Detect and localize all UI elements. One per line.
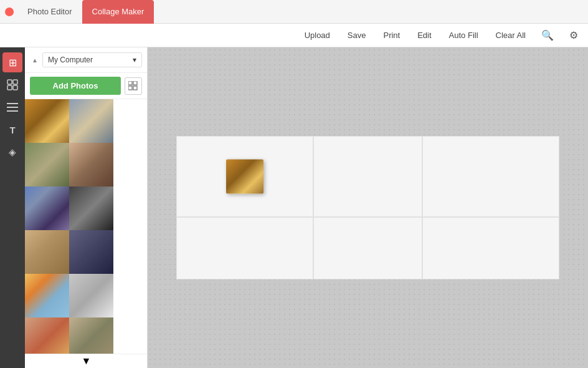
svg-rect-5 bbox=[7, 107, 18, 108]
svg-rect-4 bbox=[7, 103, 18, 104]
settings-icon[interactable]: ⚙ bbox=[567, 29, 581, 42]
scroll-down-indicator[interactable]: ▼ bbox=[25, 354, 148, 368]
photo-thumbnail-7[interactable] bbox=[25, 230, 69, 274]
collage-cell-4[interactable] bbox=[176, 217, 313, 279]
scroll-up-indicator[interactable]: ▲ bbox=[30, 54, 40, 66]
close-button[interactable] bbox=[5, 7, 14, 16]
svg-rect-1 bbox=[13, 80, 17, 84]
svg-rect-6 bbox=[7, 110, 18, 112]
upload-button[interactable]: Upload bbox=[302, 31, 333, 40]
photo-thumbnail-4[interactable] bbox=[69, 143, 113, 186]
left-panel: ▲ My Computer ▾ Add Photos bbox=[25, 47, 148, 368]
photo-row bbox=[25, 230, 147, 274]
print-button[interactable]: Print bbox=[381, 31, 402, 40]
photo-grid bbox=[25, 99, 147, 354]
collage-cell-6[interactable] bbox=[422, 217, 559, 279]
photo-thumbnail-9[interactable] bbox=[25, 274, 69, 317]
clear-all-button[interactable]: Clear All bbox=[493, 31, 528, 40]
tab-photo-editor[interactable]: Photo Editor bbox=[17, 0, 82, 24]
tab-collage-maker[interactable]: Collage Maker bbox=[82, 0, 154, 24]
photo-row bbox=[25, 317, 147, 354]
collage-cell-2[interactable] bbox=[313, 136, 422, 217]
photo-thumbnail-2[interactable] bbox=[69, 99, 113, 143]
photo-thumbnail-5[interactable] bbox=[25, 186, 69, 230]
svg-rect-8 bbox=[133, 81, 137, 85]
svg-rect-0 bbox=[7, 80, 12, 84]
title-bar: Photo Editor Collage Maker bbox=[0, 0, 588, 24]
svg-rect-2 bbox=[7, 85, 12, 90]
photo-thumbnail-11[interactable] bbox=[25, 317, 69, 354]
main-layout: ⊞ T ◈ ▲ My Computer ▾ bbox=[0, 47, 588, 368]
svg-rect-9 bbox=[128, 86, 132, 90]
auto-fill-button[interactable]: Auto Fill bbox=[447, 31, 481, 40]
photo-thumbnail-3[interactable] bbox=[25, 143, 69, 186]
photo-row bbox=[25, 274, 147, 317]
photo-row bbox=[25, 143, 147, 186]
edit-button[interactable]: Edit bbox=[415, 31, 434, 40]
top-nav: Upload Save Print Edit Auto Fill Clear A… bbox=[0, 24, 588, 47]
collage-cell-1[interactable] bbox=[176, 136, 313, 217]
photo-thumbnail-1[interactable] bbox=[25, 99, 69, 143]
collage-cell-3[interactable] bbox=[422, 136, 559, 217]
panel-header: ▲ My Computer ▾ bbox=[25, 47, 147, 73]
photo-thumbnail-10[interactable] bbox=[69, 274, 113, 317]
search-icon[interactable]: 🔍 bbox=[541, 29, 554, 42]
photo-row bbox=[25, 186, 147, 230]
collage-cell-5[interactable] bbox=[313, 217, 422, 279]
effects-toolbar-icon[interactable]: ◈ bbox=[2, 142, 22, 162]
photo-thumbnail-6[interactable] bbox=[69, 186, 113, 230]
text-toolbar-icon[interactable]: T bbox=[2, 120, 22, 140]
svg-rect-7 bbox=[128, 81, 132, 85]
grid-view-button[interactable] bbox=[125, 77, 142, 95]
placed-photo bbox=[226, 160, 263, 194]
grid-toolbar-icon[interactable] bbox=[2, 75, 22, 95]
photo-thumbnail-8[interactable] bbox=[69, 230, 113, 274]
photo-thumbnail-12[interactable] bbox=[69, 317, 113, 354]
layout-toolbar-icon[interactable] bbox=[2, 97, 22, 117]
save-button[interactable]: Save bbox=[345, 31, 369, 40]
photos-toolbar-icon[interactable]: ⊞ bbox=[2, 52, 22, 72]
add-photos-bar: Add Photos bbox=[25, 73, 147, 99]
add-photos-button[interactable]: Add Photos bbox=[30, 77, 121, 95]
source-dropdown[interactable]: My Computer ▾ bbox=[42, 52, 142, 67]
photo-row bbox=[25, 99, 147, 143]
canvas-area[interactable] bbox=[148, 47, 588, 368]
left-toolbar: ⊞ T ◈ bbox=[0, 47, 25, 368]
svg-rect-10 bbox=[133, 86, 137, 90]
svg-rect-3 bbox=[13, 85, 17, 90]
